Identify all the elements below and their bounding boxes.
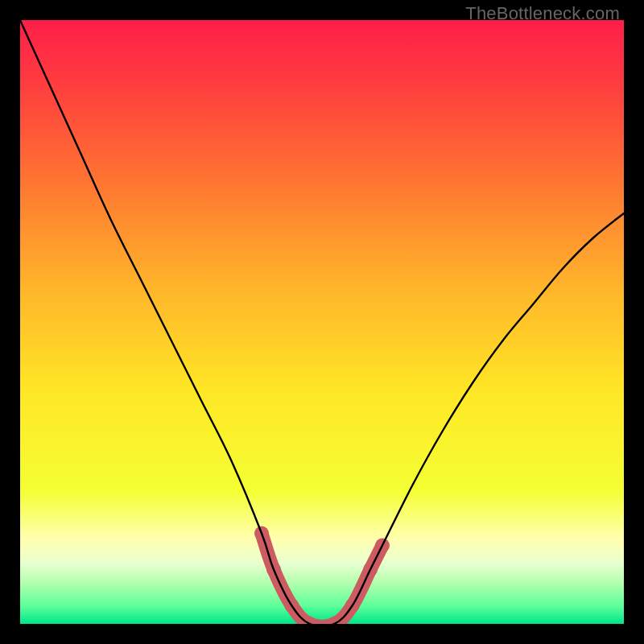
watermark-text: TheBottleneck.com (465, 3, 620, 24)
bottleneck-chart (20, 20, 624, 624)
gradient-background (20, 20, 624, 624)
chart-frame (20, 20, 624, 624)
